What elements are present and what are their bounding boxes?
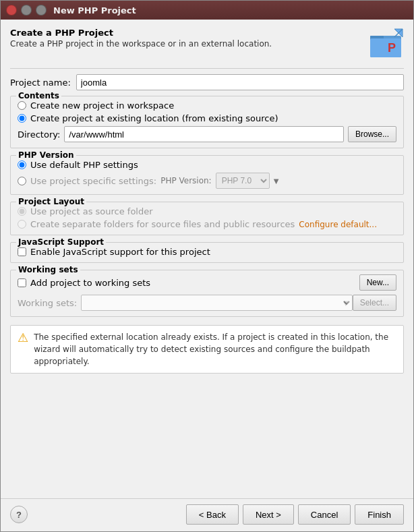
php-option1-row: Use default PHP settings [18, 160, 396, 170]
project-name-input[interactable] [76, 74, 404, 90]
php-option1-label[interactable]: Use default PHP settings [30, 160, 138, 170]
php-version-select[interactable]: PHP 7.0 [216, 173, 270, 189]
layout-option2-label[interactable]: Create separate folders for source files… [30, 219, 295, 229]
add-working-sets-label[interactable]: Add project to working sets [30, 278, 150, 288]
add-working-sets-checkbox[interactable] [18, 278, 26, 287]
close-button[interactable] [6, 5, 17, 16]
layout-option1-radio[interactable] [18, 207, 26, 216]
select-working-set-button[interactable]: Select... [353, 295, 396, 311]
working-sets-legend: Working sets [16, 265, 80, 274]
button-bar: ? < Back Next > Cancel Finish [1, 498, 413, 531]
php-option2-radio[interactable] [18, 177, 26, 185]
finish-button[interactable]: Finish [355, 504, 404, 525]
directory-input[interactable] [64, 126, 344, 142]
php-version-legend: PHP Version [16, 150, 76, 160]
nav-buttons: < Back Next > Cancel Finish [186, 504, 404, 525]
layout-option2-row: Create separate folders for source files… [18, 219, 396, 229]
contents-option1-radio[interactable] [18, 101, 26, 110]
warning-text: The specified external location already … [34, 331, 396, 367]
php-option1-radio[interactable] [18, 160, 26, 169]
contents-section: Contents Create new project in workspace… [10, 96, 404, 148]
header-text: Create a PHP Project Create a PHP projec… [10, 28, 272, 49]
header-section: Create a PHP Project Create a PHP projec… [10, 28, 404, 60]
back-button[interactable]: < Back [186, 504, 239, 525]
php-version-section: PHP Version Use default PHP settings Use… [10, 155, 404, 195]
main-content: Create a PHP Project Create a PHP projec… [1, 20, 413, 498]
js-support-checkbox[interactable] [18, 247, 26, 256]
help-button[interactable]: ? [10, 506, 28, 523]
js-option1-row: Enable JavaScript support for this proje… [18, 247, 396, 257]
header-separator [10, 68, 404, 69]
layout-option2-radio[interactable] [18, 220, 26, 229]
contents-legend: Contents [16, 91, 61, 100]
minimize-button[interactable] [21, 5, 32, 16]
contents-option2-label[interactable]: Create project at existing location (fro… [30, 113, 278, 123]
contents-option2-row: Create project at existing location (fro… [18, 113, 396, 123]
page-description: Create a PHP project in the workspace or… [10, 39, 272, 49]
new-working-set-button[interactable]: New... [359, 274, 396, 291]
javascript-support-legend: JavaScript Support [16, 237, 106, 247]
next-button[interactable]: Next > [243, 504, 294, 525]
working-sets-add-row: Add project to working sets New... [18, 274, 396, 291]
project-name-row: Project name: [10, 74, 404, 90]
dropdown-arrow-icon: ▼ [274, 177, 279, 185]
working-sets-section: Working sets Add project to working sets… [10, 270, 404, 317]
maximize-button[interactable] [36, 5, 47, 16]
working-sets-select-row: Working sets: ▼ Select... [18, 295, 396, 311]
folder-icon: P [369, 28, 404, 60]
warning-icon: ⚠ [18, 332, 28, 344]
php-option2-label[interactable]: Use project specific settings: [30, 176, 156, 186]
working-sets-label: Working sets: [18, 298, 77, 308]
layout-option1-label[interactable]: Use project as source folder [30, 206, 153, 216]
contents-option1-label[interactable]: Create new project in workspace [30, 100, 174, 111]
window-title: New PHP Project [53, 5, 136, 16]
project-name-label: Project name: [10, 78, 71, 88]
js-support-label[interactable]: Enable JavaScript support for this proje… [30, 247, 210, 257]
contents-option2-radio[interactable] [18, 114, 26, 123]
php-option2-row: Use project specific settings: PHP Versi… [18, 173, 396, 189]
layout-option1-row: Use project as source folder [18, 206, 396, 216]
directory-label: Directory: [18, 129, 60, 140]
window: New PHP Project Create a PHP Project Cre… [0, 0, 414, 532]
configure-default-link[interactable]: Configure default... [299, 220, 377, 229]
page-title: Create a PHP Project [10, 28, 272, 38]
browse-button[interactable]: Browse... [348, 126, 396, 142]
titlebar: New PHP Project [1, 1, 413, 20]
project-layout-section: Project Layout Use project as source fol… [10, 202, 404, 235]
folder-svg: P [369, 28, 404, 60]
php-version-label: PHP Version: [160, 176, 211, 185]
working-sets-select[interactable] [81, 295, 353, 311]
cancel-button[interactable]: Cancel [298, 504, 351, 525]
directory-row: Directory: Browse... [18, 126, 396, 142]
javascript-support-section: JavaScript Support Enable JavaScript sup… [10, 242, 404, 263]
svg-text:P: P [388, 41, 396, 55]
warning-box: ⚠ The specified external location alread… [10, 325, 404, 374]
svg-rect-2 [370, 38, 401, 57]
project-layout-legend: Project Layout [16, 197, 86, 206]
contents-option1-row: Create new project in workspace [18, 100, 396, 111]
